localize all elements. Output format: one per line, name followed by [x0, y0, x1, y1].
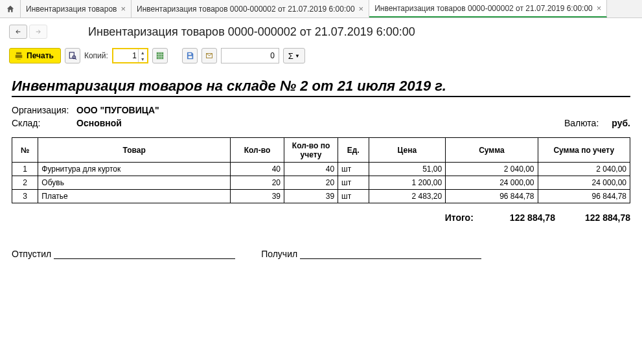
cell-sum2: 24 000,00: [538, 176, 630, 190]
print-label: Печать: [27, 51, 54, 60]
table-row: 2Обувь2020шт1 200,0024 000,0024 000,00: [12, 176, 630, 190]
print-button[interactable]: Печать: [9, 48, 61, 63]
cell-unit: шт: [338, 190, 369, 203]
svg-rect-3: [157, 52, 164, 60]
preview-icon: [68, 51, 77, 60]
toolbar: Печать Копий: ▲ ▼ Σ ▼: [0, 45, 642, 66]
home-icon: [6, 5, 15, 14]
sign-line: [300, 258, 481, 259]
totals: Итого: 122 884,78 122 884,78: [12, 212, 630, 223]
svg-rect-0: [69, 52, 74, 58]
cur-value: руб.: [612, 118, 630, 128]
doc-title: Инвентаризация товаров на складе № 2 от …: [12, 78, 630, 97]
tabs-bar: Инвентаризация товаров × Инвентаризация …: [0, 0, 642, 18]
envelope-icon: [205, 52, 214, 60]
document: Инвентаризация товаров на складе № 2 от …: [12, 78, 630, 259]
back-button[interactable]: [9, 25, 27, 39]
sign-line: [54, 258, 235, 259]
cell-qty2: 20: [284, 176, 338, 190]
cell-num: 2: [12, 176, 38, 190]
page-title: Инвентаризация товаров 0000-000002 от 21…: [88, 25, 415, 39]
org-label: Организация:: [12, 105, 76, 115]
tab-label: Инвентаризация товаров: [26, 5, 117, 14]
printer-icon: [14, 51, 24, 60]
cell-unit: шт: [338, 163, 369, 176]
copies-input[interactable]: [113, 49, 138, 62]
spinner-up-icon[interactable]: ▲: [139, 49, 147, 56]
doc-table: № Товар Кол-во Кол-во по учету Ед. Цена …: [12, 137, 630, 203]
table-settings-button[interactable]: [152, 48, 168, 63]
save-button[interactable]: [182, 48, 198, 63]
copies-spinner[interactable]: ▲ ▼: [112, 48, 148, 63]
tab-2[interactable]: Инвентаризация товаров 0000-000002 от 21…: [132, 0, 369, 17]
th-num: №: [12, 138, 38, 163]
close-icon[interactable]: ×: [120, 4, 126, 14]
cell-sum2: 96 844,78: [538, 190, 630, 203]
tab-home[interactable]: [0, 0, 21, 17]
tab-label: Инвентаризация товаров 0000-000002 от 21…: [137, 5, 355, 14]
nav-row: Инвентаризация товаров 0000-000002 от 21…: [0, 18, 642, 45]
chevron-down-icon: ▼: [295, 53, 300, 59]
spinner-down-icon[interactable]: ▼: [139, 56, 147, 62]
th-qty2: Кол-во по учету: [284, 138, 338, 163]
cell-qty: 40: [230, 163, 284, 176]
cell-qty2: 40: [284, 163, 338, 176]
cell-qty: 39: [230, 190, 284, 203]
arrow-right-icon: [34, 28, 43, 35]
cell-price: 2 483,20: [369, 190, 446, 203]
doc-meta: Организация: ООО "ПУГОВИЦА" Склад: Основ…: [12, 105, 630, 128]
th-sum2: Сумма по учету: [538, 138, 630, 163]
sign-received-label: Получил: [261, 249, 297, 259]
tab-label: Инвентаризация товаров 0000-000002 от 21…: [374, 4, 593, 13]
wh-value: Основной: [76, 118, 564, 128]
sign-row: Отпустил Получил: [12, 249, 630, 259]
tab-1[interactable]: Инвентаризация товаров ×: [21, 0, 132, 17]
cell-sum: 2 040,00: [446, 163, 538, 176]
total-sum: 122 884,78: [510, 212, 555, 223]
th-qty: Кол-во: [230, 138, 284, 163]
sigma-icon: Σ: [288, 51, 293, 61]
cell-num: 3: [12, 190, 38, 203]
th-price: Цена: [369, 138, 446, 163]
tab-3[interactable]: Инвентаризация товаров 0000-000002 от 21…: [369, 0, 607, 17]
cell-sum: 96 844,78: [446, 190, 538, 203]
cell-qty2: 39: [284, 190, 338, 203]
total-sum2: 122 884,78: [585, 212, 630, 223]
copies-label: Копий:: [84, 51, 108, 60]
svg-line-2: [75, 58, 76, 60]
email-button[interactable]: [201, 48, 217, 63]
cell-num: 1: [12, 163, 38, 176]
close-icon[interactable]: ×: [597, 3, 602, 13]
cell-sum: 24 000,00: [446, 176, 538, 190]
sign-released-label: Отпустил: [12, 249, 51, 259]
close-icon[interactable]: ×: [359, 4, 364, 14]
forward-button[interactable]: [29, 25, 47, 39]
cell-price: 51,00: [369, 163, 446, 176]
cell-name: Платье: [38, 190, 231, 203]
th-unit: Ед.: [338, 138, 369, 163]
wh-label: Склад:: [12, 118, 76, 128]
cell-sum2: 2 040,00: [538, 163, 630, 176]
cell-name: Обувь: [38, 176, 231, 190]
th-name: Товар: [38, 138, 231, 163]
number-field[interactable]: [221, 48, 279, 63]
total-label: Итого:: [445, 212, 474, 223]
org-value: ООО "ПУГОВИЦА": [76, 105, 564, 115]
th-sum: Сумма: [446, 138, 538, 163]
cur-label: Валюта:: [564, 118, 612, 128]
sum-button[interactable]: Σ ▼: [283, 48, 305, 63]
cell-unit: шт: [338, 176, 369, 190]
grid-icon: [155, 51, 165, 60]
preview-button[interactable]: [65, 48, 80, 63]
cell-qty: 20: [230, 176, 284, 190]
table-row: 1Фурнитура для курток4040шт51,002 040,00…: [12, 163, 630, 176]
table-row: 3Платье3939шт2 483,2096 844,7896 844,78: [12, 190, 630, 203]
cell-name: Фурнитура для курток: [38, 163, 231, 176]
cell-price: 1 200,00: [369, 176, 446, 190]
floppy-icon: [185, 51, 194, 60]
arrow-left-icon: [14, 28, 23, 35]
